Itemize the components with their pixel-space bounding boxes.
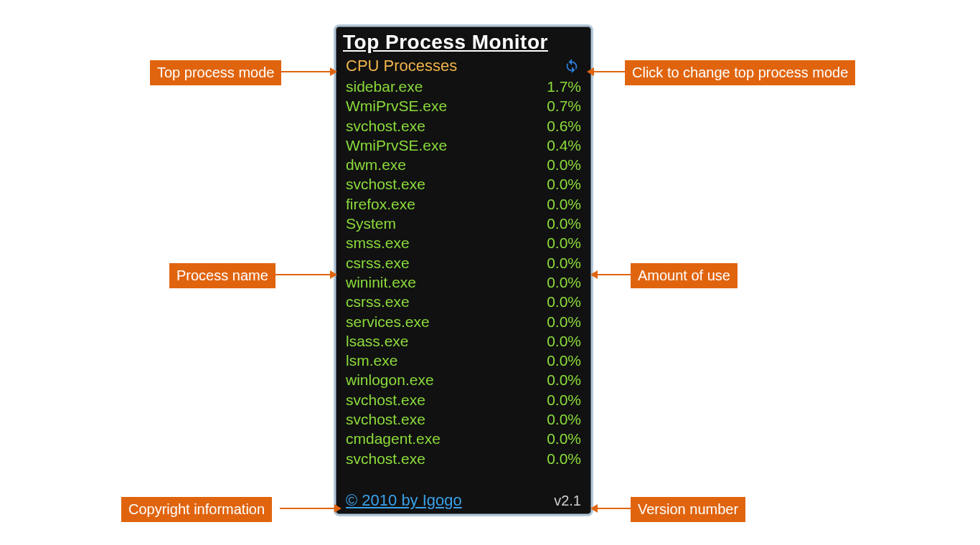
callout-refresh-arrow <box>594 71 626 72</box>
process-row: sidebar.exe1.7% <box>346 77 581 96</box>
mode-row: CPU Processes <box>336 57 591 75</box>
process-row: svchost.exe0.6% <box>346 116 581 136</box>
process-name: svchost.exe <box>346 174 425 194</box>
refresh-button[interactable] <box>562 57 581 75</box>
process-row: svchost.exe0.0% <box>346 449 581 468</box>
callout-proc-name-arrow <box>273 274 330 275</box>
process-name: cmdagent.exe <box>346 429 440 448</box>
process-value: 0.0% <box>547 272 581 292</box>
refresh-icon <box>564 58 580 74</box>
process-value: 0.0% <box>547 233 581 252</box>
callout-copyright-arrow <box>280 508 334 509</box>
mode-label: CPU Processes <box>346 57 457 75</box>
process-name: svchost.exe <box>346 409 425 429</box>
callout-version-arrow <box>598 508 631 509</box>
process-row: WmiPrvSE.exe0.4% <box>346 136 581 155</box>
process-row: svchost.exe0.0% <box>346 174 581 194</box>
process-name: firefox.exe <box>346 194 415 214</box>
process-name: svchost.exe <box>346 116 425 136</box>
process-name: WmiPrvSE.exe <box>346 136 447 155</box>
process-name: wininit.exe <box>346 272 416 292</box>
process-value: 0.0% <box>547 253 581 272</box>
callout-copyright: Copyright information <box>121 497 272 522</box>
process-name: winlogon.exe <box>346 370 434 389</box>
callout-proc-name: Process name <box>169 263 275 288</box>
process-value: 0.0% <box>547 312 581 331</box>
process-value: 0.0% <box>547 214 581 233</box>
process-name: WmiPrvSE.exe <box>346 96 447 115</box>
gadget-footer: © 2010 by Igogo v2.1 <box>336 491 591 510</box>
process-name: svchost.exe <box>346 390 425 409</box>
process-value: 0.0% <box>547 174 581 194</box>
process-row: lsm.exe0.0% <box>346 351 581 370</box>
process-row: WmiPrvSE.exe0.7% <box>346 96 581 115</box>
process-value: 0.6% <box>547 116 581 136</box>
process-value: 0.0% <box>547 155 581 174</box>
copyright-link[interactable]: © 2010 by Igogo <box>346 491 462 510</box>
process-value: 0.0% <box>547 331 581 351</box>
process-name: csrss.exe <box>346 292 410 311</box>
callout-amount: Amount of use <box>631 263 738 288</box>
process-name: csrss.exe <box>346 253 410 272</box>
process-value: 0.0% <box>547 390 581 409</box>
process-value: 1.7% <box>547 77 581 96</box>
gadget-title: Top Process Monitor <box>336 27 591 58</box>
process-value: 0.0% <box>547 370 581 389</box>
process-name: svchost.exe <box>346 449 425 468</box>
callout-mode: Top process mode <box>150 60 281 85</box>
process-row: svchost.exe0.0% <box>346 390 581 409</box>
process-value: 0.0% <box>547 351 581 370</box>
process-value: 0.0% <box>547 429 581 448</box>
process-name: sidebar.exe <box>346 77 423 96</box>
process-value: 0.0% <box>547 449 581 468</box>
process-row: wininit.exe0.0% <box>346 272 581 292</box>
gadget-window: Top Process Monitor CPU Processes sideba… <box>334 24 593 516</box>
process-row: cmdagent.exe0.0% <box>346 429 581 448</box>
process-name: lsm.exe <box>346 351 397 370</box>
callout-version: Version number <box>631 497 745 522</box>
callout-mode-arrow <box>280 71 330 72</box>
process-row: csrss.exe0.0% <box>346 292 581 311</box>
process-row: System0.0% <box>346 214 581 233</box>
process-row: csrss.exe0.0% <box>346 253 581 272</box>
version-label: v2.1 <box>554 493 581 509</box>
process-row: svchost.exe0.0% <box>346 409 581 429</box>
callout-refresh: Click to change top process mode <box>625 60 855 85</box>
process-name: services.exe <box>346 312 430 331</box>
process-value: 0.4% <box>547 136 581 155</box>
process-name: System <box>346 214 396 233</box>
process-value: 0.0% <box>547 409 581 429</box>
process-row: firefox.exe0.0% <box>346 194 581 214</box>
process-row: services.exe0.0% <box>346 312 581 331</box>
process-value: 0.0% <box>547 292 581 311</box>
process-name: dwm.exe <box>346 155 406 174</box>
process-list: sidebar.exe1.7%WmiPrvSE.exe0.7%svchost.e… <box>336 77 591 468</box>
process-row: lsass.exe0.0% <box>346 331 581 351</box>
callout-amount-arrow <box>598 274 631 275</box>
process-row: smss.exe0.0% <box>346 233 581 252</box>
process-value: 0.0% <box>547 194 581 214</box>
process-row: winlogon.exe0.0% <box>346 370 581 389</box>
process-name: smss.exe <box>346 233 410 252</box>
process-row: dwm.exe0.0% <box>346 155 581 174</box>
process-value: 0.7% <box>547 96 581 115</box>
process-name: lsass.exe <box>346 331 409 351</box>
